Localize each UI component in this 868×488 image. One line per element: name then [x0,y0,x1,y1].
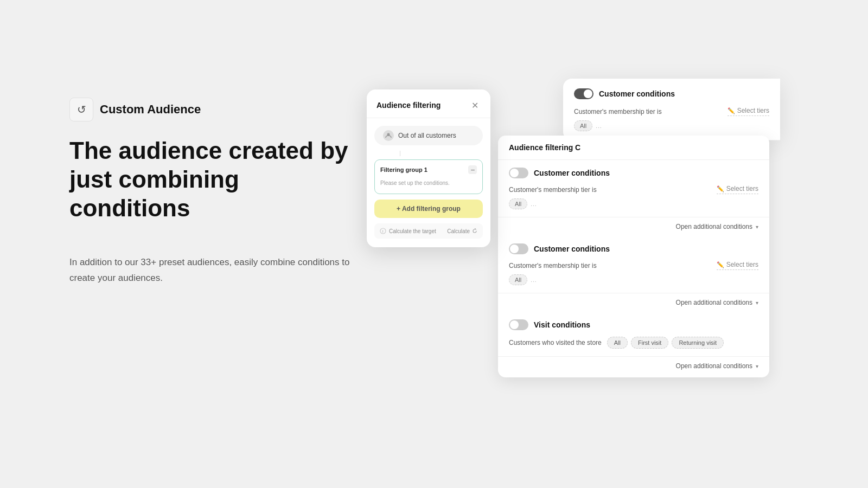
edit-icon-1: ✏️ [717,185,724,192]
all-badge-row: All ... [574,120,769,131]
select-tiers-button-2[interactable]: ✏️ Select tiers [717,261,758,270]
visit-row: Customers who visited the store All Firs… [509,337,758,349]
visit-option-first[interactable]: First visit [631,337,668,349]
toggle-knob-2 [510,245,519,253]
left-content: ↺ Custom Audience The audience created b… [69,98,352,286]
edit-icon-2: ✏️ [717,261,724,268]
filtering-group-placeholder: Please set up the conditions. [380,180,450,186]
visit-label: Customers who visited the store [509,339,602,346]
toggle-knob [584,89,592,98]
chevron-down-icon-visit: ▾ [756,363,758,369]
conditions-title: Customer conditions [599,89,675,98]
svg-rect-1 [471,170,475,170]
visit-header: Visit conditions [509,319,758,330]
brand-badge: ↺ Custom Audience [69,98,352,121]
select-tiers-button-top[interactable]: ✏️ Select tiers [727,107,769,116]
svg-text:i: i [382,229,384,233]
toggle-knob-1 [510,169,519,177]
edit-icon-top: ✏️ [727,107,735,114]
customers-pill: Out of all customers [374,126,483,145]
afp-all-badge-row-2: All ... [509,274,758,285]
add-filtering-group-button[interactable]: + Add filtering group [374,200,483,218]
audience-filtering-panel: Audience filtering C Customer conditions… [498,136,769,377]
brand-name: Custom Audience [100,102,201,117]
afp-membership-label-2: Customer's membership tier is [509,262,597,269]
calculate-info-icon: i [380,228,386,234]
afp-membership-row-2: Customer's membership tier is ✏️ Select … [509,261,758,270]
visit-options: All First visit Returning visit [607,337,724,349]
afp-customer-section-2: Customer conditions Customer's membershi… [498,236,769,293]
customer-conditions-toggle-2[interactable] [509,243,528,254]
afp-section-header-2: Customer conditions [509,243,758,254]
open-additional-visit[interactable]: Open additional conditions ▾ [498,357,769,377]
calculate-label: i Calculate the target [380,228,436,234]
filtering-group-header: Filtering group 1 [380,165,477,174]
customers-icon [383,130,394,141]
afp-section-title-2: Customer conditions [534,245,610,253]
modal-body: Out of all customers Filtering group 1 P… [367,118,490,247]
afp-membership-row-1: Customer's membership tier is ✏️ Select … [509,185,758,194]
close-button[interactable]: ✕ [469,99,481,111]
afp-all-badge-row-1: All ... [509,198,758,209]
add-filtering-label: + Add filtering group [397,205,461,213]
membership-label: Customer's membership tier is [574,108,662,115]
afp-header: Audience filtering C [498,136,769,160]
calculate-button[interactable]: Calculate [447,228,477,234]
membership-row: Customer's membership tier is ✏️ Select … [574,107,769,116]
afp-all-badge-2: All [509,274,527,285]
filtering-group-title: Filtering group 1 [380,166,427,173]
conditions-header: Customer conditions [574,88,769,99]
chevron-down-icon-2: ▾ [756,300,758,306]
chevron-down-icon-1: ▾ [756,224,758,230]
calculate-section: i Calculate the target Calculate [374,223,483,239]
afp-section-title-1: Customer conditions [534,169,610,177]
toggle-knob-visit [510,320,519,329]
visit-conditions-toggle[interactable] [509,319,528,330]
customers-text: Out of all customers [398,132,456,139]
afp-all-badge-1: All [509,198,527,209]
close-icon: ✕ [471,100,478,111]
all-badge: All [574,120,592,131]
afp-dots-2: ... [531,277,537,283]
afp-membership-label-1: Customer's membership tier is [509,186,597,194]
customer-conditions-card-top: Customer conditions Customer's membershi… [563,79,780,140]
open-additional-1[interactable]: Open additional conditions ▾ [498,217,769,236]
select-tiers-button-1[interactable]: ✏️ Select tiers [717,185,758,194]
dots-more: ... [596,123,602,129]
modal-title: Audience filtering [376,101,441,110]
visit-option-returning[interactable]: Returning visit [672,337,724,349]
connector-line [400,151,400,156]
sub-text: In addition to our 33+ preset audiences,… [69,255,352,286]
visit-conditions-section: Visit conditions Customers who visited t… [498,312,769,357]
customer-conditions-toggle-1[interactable] [509,168,528,178]
brand-icon: ↺ [69,98,93,121]
delete-group-button[interactable] [468,165,477,174]
calculate-refresh-icon [472,228,477,234]
visit-conditions-title: Visit conditions [534,320,590,329]
afp-dots-1: ... [531,201,537,207]
open-additional-2[interactable]: Open additional conditions ▾ [498,293,769,312]
customer-conditions-top-panel: Customer conditions Customer's membershi… [563,79,780,140]
audience-filtering-modal: Audience filtering ✕ Out of all customer… [367,89,490,247]
customer-conditions-toggle[interactable] [574,88,593,99]
visit-option-all[interactable]: All [607,337,628,349]
main-heading: The audience created by just combining c… [69,137,352,222]
afp-section-header-1: Customer conditions [509,168,758,178]
modal-header: Audience filtering ✕ [367,89,490,118]
afp-customer-section-1: Customer conditions Customer's membershi… [498,160,769,217]
filtering-group-box: Filtering group 1 Please set up the cond… [374,159,483,194]
